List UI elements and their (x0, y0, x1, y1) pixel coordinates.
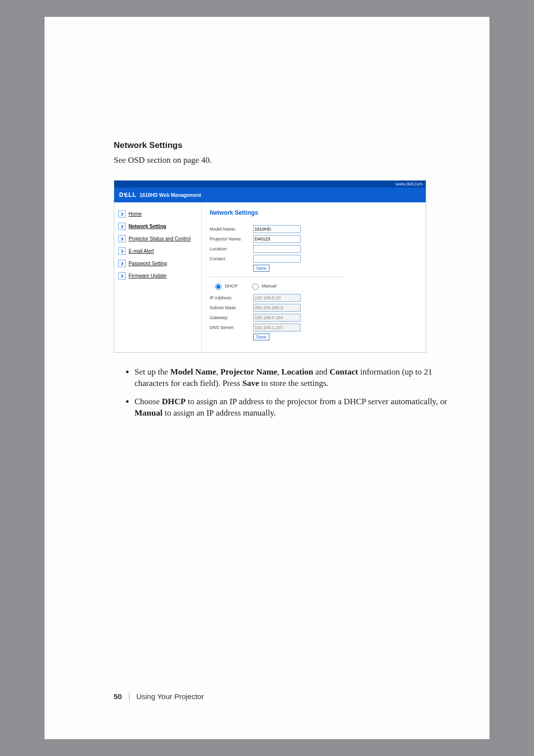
divider (210, 277, 343, 277)
dell-logo: DELL (119, 191, 136, 198)
footer-chapter: Using Your Projector (136, 692, 204, 701)
label-dns-server: DNS Server: (210, 325, 249, 330)
radio-manual[interactable] (252, 284, 259, 290)
screenshot-frame: www.dell.com DELL 1610HD Web Management … (114, 180, 426, 353)
bullet-item-dhcp: Choose DHCP to assign an IP address to t… (134, 396, 450, 419)
label-ip-address: IP Address: (210, 295, 249, 300)
screenshot-url-bar: www.dell.com (114, 181, 426, 188)
sidebar-item-label: Firmware Update (129, 273, 167, 279)
input-model-name[interactable] (253, 225, 301, 233)
sidebar-item-label: E-mail Alert (129, 248, 154, 254)
page-number: 50 (114, 692, 122, 701)
radio-manual-text: Manual (262, 284, 277, 288)
sidebar: Home Network Setting Projector Status an… (114, 202, 201, 352)
label-subnet-mask: Subnet Mask: (210, 305, 249, 310)
radio-dhcp-label[interactable]: DHCP (213, 282, 238, 290)
arrow-right-icon (118, 235, 126, 242)
save-button-bottom[interactable]: Save (253, 333, 269, 340)
section-heading: Network Settings (114, 141, 450, 150)
radio-dhcp-text: DHCP (225, 284, 238, 288)
arrow-right-icon (118, 272, 126, 280)
label-projector-name: Projector Name: (210, 236, 249, 241)
sidebar-item-password-setting[interactable]: Password Setting (118, 260, 197, 267)
input-subnet-mask[interactable] (253, 304, 301, 312)
sidebar-item-email-alert[interactable]: E-mail Alert (118, 247, 197, 255)
row-ip-address: IP Address: (210, 294, 418, 302)
screenshot-header: DELL 1610HD Web Management (114, 188, 426, 202)
sidebar-item-label: Home (129, 211, 142, 217)
row-subnet-mask: Subnet Mask: (210, 304, 418, 312)
label-contact: Contact: (210, 256, 249, 261)
input-gateway[interactable] (253, 314, 301, 322)
row-contact: Contact: (210, 255, 418, 263)
main-panel: Network Settings Model Name: Projector N… (201, 202, 426, 352)
bullet-item-setup: Set up the Model Name, Projector Name, L… (134, 367, 450, 389)
sidebar-item-projector-status[interactable]: Projector Status and Control (118, 235, 197, 242)
arrow-right-icon (118, 247, 126, 255)
input-projector-name[interactable] (253, 235, 301, 243)
label-gateway: Gateway: (210, 315, 249, 320)
section-intro: See OSD section on page 40. (114, 155, 450, 165)
screenshot-body: Home Network Setting Projector Status an… (114, 202, 426, 352)
label-location: Location: (210, 246, 249, 251)
sidebar-item-firmware-update[interactable]: Firmware Update (118, 272, 197, 280)
product-title: 1610HD Web Management (139, 192, 201, 198)
row-gateway: Gateway: (210, 314, 418, 322)
arrow-right-icon (118, 260, 126, 267)
sidebar-item-network-setting[interactable]: Network Setting (118, 223, 197, 230)
row-projector-name: Projector Name: (210, 235, 418, 243)
row-model-name: Model Name: (210, 225, 418, 233)
arrow-right-icon (118, 210, 126, 218)
bullet-list: Set up the Model Name, Projector Name, L… (114, 367, 450, 419)
row-location: Location: (210, 245, 418, 253)
sidebar-item-home[interactable]: Home (118, 210, 197, 218)
sidebar-item-label: Password Setting (129, 261, 167, 266)
row-dns-server: DNS Server: (210, 324, 418, 331)
label-model-name: Model Name: (210, 227, 249, 232)
page-footer: 50 Using Your Projector (114, 692, 204, 701)
panel-title: Network Settings (210, 209, 418, 216)
sidebar-item-label: Projector Status and Control (129, 236, 191, 241)
arrow-right-icon (118, 223, 126, 230)
radio-manual-label[interactable]: Manual (250, 282, 277, 290)
input-ip-address[interactable] (253, 294, 301, 302)
ip-mode-radio-group: DHCP Manual (213, 282, 418, 290)
footer-separator (129, 693, 130, 701)
radio-dhcp[interactable] (215, 284, 222, 290)
sidebar-item-label: Network Setting (129, 224, 166, 229)
save-button-top[interactable]: Save (253, 265, 269, 272)
input-location[interactable] (253, 245, 301, 253)
paper-sheet: Network Settings See OSD section on page… (44, 17, 490, 739)
input-dns-server[interactable] (253, 324, 301, 331)
input-contact[interactable] (253, 255, 301, 263)
page-gray-bg: Network Settings See OSD section on page… (0, 0, 534, 756)
